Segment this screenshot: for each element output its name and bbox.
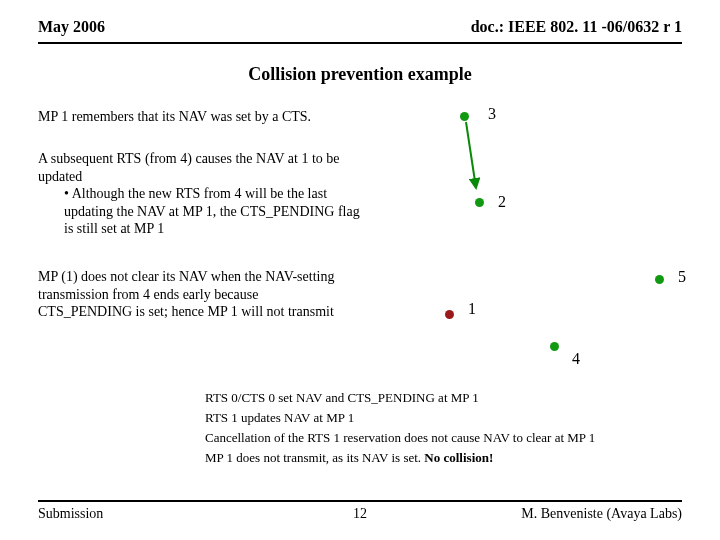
footer-page-number: 12	[38, 506, 682, 522]
note-1: RTS 0/CTS 0 set NAV and CTS_PENDING at M…	[205, 388, 595, 408]
slide: May 2006 doc.: IEEE 802. 11 -06/0632 r 1…	[0, 0, 720, 540]
footer: Submission 12 M. Benveniste (Avaya Labs)	[38, 506, 682, 522]
header-date: May 2006	[38, 18, 105, 36]
node-5-dot	[655, 275, 664, 284]
header: May 2006 doc.: IEEE 802. 11 -06/0632 r 1	[38, 18, 682, 36]
node-4-label: 4	[572, 350, 580, 368]
note-4-emphasis: No collision!	[424, 450, 493, 465]
notes-block: RTS 0/CTS 0 set NAV and CTS_PENDING at M…	[205, 388, 595, 469]
arrow-3-to-2	[454, 118, 494, 198]
footer-rule	[38, 500, 682, 502]
paragraph-3: MP (1) does not clear its NAV when the N…	[38, 268, 348, 321]
page-title: Collision prevention example	[0, 64, 720, 85]
paragraph-2: A subsequent RTS (from 4) causes the NAV…	[38, 150, 368, 238]
node-1-dot	[445, 310, 454, 319]
note-4: MP 1 does not transmit, as its NAV is se…	[205, 448, 595, 468]
header-rule	[38, 42, 682, 44]
node-5-label: 5	[678, 268, 686, 286]
note-2: RTS 1 updates NAV at MP 1	[205, 408, 595, 428]
node-1-label: 1	[468, 300, 476, 318]
node-3-dot	[460, 112, 469, 121]
note-3: Cancellation of the RTS 1 reservation do…	[205, 428, 595, 448]
node-2-label: 2	[498, 193, 506, 211]
topology-diagram: 3 2 1 5 4	[420, 100, 700, 380]
svg-line-0	[466, 122, 476, 188]
node-2-dot	[475, 198, 484, 207]
paragraph-2-line: A subsequent RTS (from 4) causes the NAV…	[38, 151, 340, 184]
paragraph-2-bullet: • Although the new RTS from 4 will be th…	[38, 185, 368, 238]
note-4-text: MP 1 does not transmit, as its NAV is se…	[205, 450, 424, 465]
header-doc-id: doc.: IEEE 802. 11 -06/0632 r 1	[471, 18, 682, 36]
node-4-dot	[550, 342, 559, 351]
node-3-label: 3	[488, 105, 496, 123]
paragraph-1: MP 1 remembers that its NAV was set by a…	[38, 108, 348, 126]
